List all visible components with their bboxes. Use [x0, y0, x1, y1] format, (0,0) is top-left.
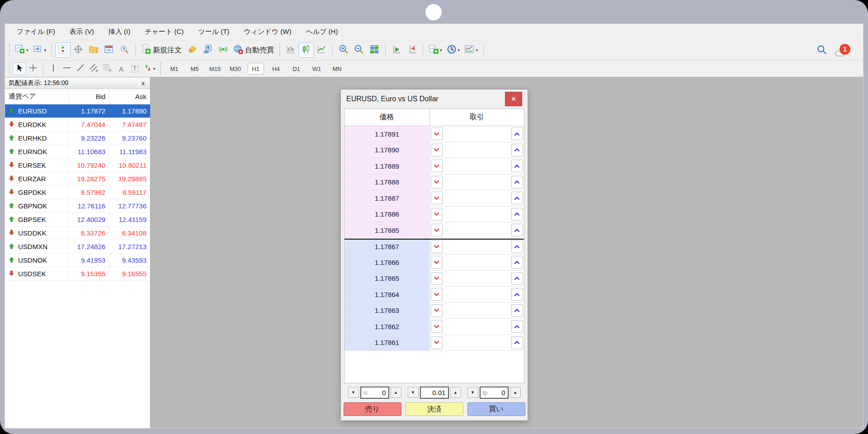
search-icon[interactable]: [816, 44, 828, 57]
crosshair-tool-button[interactable]: [26, 62, 40, 75]
menu-help[interactable]: ヘルプ (H): [299, 25, 344, 39]
autotrading-button[interactable]: 自動売買: [231, 42, 277, 58]
sell-at-price-button[interactable]: [431, 127, 443, 140]
zoom-in-button[interactable]: [336, 42, 351, 58]
chevron-down-icon[interactable]: ▾: [458, 48, 460, 52]
line-chart-mode-button[interactable]: [314, 42, 329, 58]
buy-at-price-button[interactable]: [511, 256, 523, 269]
timeframe-D1[interactable]: D1: [288, 63, 305, 75]
buy-at-price-button[interactable]: [511, 192, 523, 204]
column-header-bid[interactable]: Bid: [69, 89, 109, 104]
sell-at-price-button[interactable]: [431, 160, 443, 172]
trendline-tool-button[interactable]: [74, 62, 87, 75]
market-watch-row-EURDKK[interactable]: EURDKK7.470447.47487: [5, 118, 150, 132]
sell-at-price-button[interactable]: [431, 320, 443, 333]
strategy-tester-button[interactable]: [117, 42, 132, 58]
volume-decrease-button[interactable]: ▼: [408, 387, 419, 398]
buy-at-price-button[interactable]: [511, 320, 523, 333]
timeframe-M15[interactable]: M15: [207, 63, 223, 75]
market-watch-titlebar[interactable]: 気配値表示: 12:56:00 x: [5, 77, 150, 89]
timeframe-M5[interactable]: M5: [187, 63, 203, 75]
market-watch-toggle-button[interactable]: [55, 42, 71, 58]
toolbar-grip[interactable]: [8, 43, 11, 57]
notifications-button[interactable]: 1: [835, 44, 850, 57]
sell-at-price-button[interactable]: [431, 241, 443, 253]
tile-windows-button[interactable]: [367, 42, 382, 58]
data-window-button[interactable]: [71, 42, 86, 58]
close-position-button[interactable]: 決済: [406, 402, 463, 416]
market-watch-row-GBPNOK[interactable]: GBPNOK12.7611612.77736: [5, 199, 150, 213]
buy-button[interactable]: 買い: [467, 402, 525, 416]
timeframe-M30[interactable]: M30: [227, 63, 244, 75]
chart-shift-button[interactable]: [404, 42, 420, 58]
market-watch-row-USDSEK[interactable]: USDSEK9.153559.16555: [5, 267, 150, 281]
timeframe-W1[interactable]: W1: [309, 63, 325, 75]
buy-at-price-button[interactable]: [511, 224, 523, 236]
market-watch-row-EURUSD[interactable]: EURUSD1.178721.17890: [5, 104, 150, 118]
sell-at-price-button[interactable]: [431, 192, 443, 204]
market-watch-row-USDMXN[interactable]: USDMXN17.2482617.27213: [5, 240, 150, 254]
add-indicator-button[interactable]: ▾: [426, 42, 444, 58]
sell-at-price-button[interactable]: [431, 224, 443, 236]
market-watch-row-USDNOK[interactable]: USDNOK9.419539.43593: [5, 254, 150, 267]
sl-decrease-button[interactable]: ▼: [348, 387, 359, 398]
equidistant-channel-tool-button[interactable]: E: [87, 62, 101, 75]
sl-field[interactable]: sl 0: [360, 387, 389, 399]
menu-file[interactable]: ファイル (F): [10, 25, 61, 39]
buy-at-price-button[interactable]: [511, 336, 523, 349]
vertical-line-tool-button[interactable]: [47, 62, 60, 75]
column-header-symbol[interactable]: 通貨ペア: [5, 89, 69, 104]
market-watch-row-EURZAR[interactable]: EURZAR19.2827519.29885: [5, 172, 150, 186]
sell-at-price-button[interactable]: [431, 336, 443, 349]
market-watch-row-EURHKD[interactable]: EURHKD9.232269.23760: [5, 132, 150, 145]
signals-button[interactable]: [216, 42, 231, 58]
bar-chart-mode-button[interactable]: [283, 42, 298, 58]
toolbar-grip[interactable]: [8, 62, 11, 75]
close-button[interactable]: ✕: [505, 92, 522, 106]
chevron-down-icon[interactable]: ▾: [44, 48, 47, 52]
close-icon[interactable]: x: [140, 80, 146, 87]
new-order-button[interactable]: 新規注文: [139, 42, 185, 58]
timeframe-MN[interactable]: MN: [329, 63, 345, 75]
volume-increase-button[interactable]: ▲: [450, 387, 461, 398]
zoom-out-button[interactable]: [351, 42, 367, 58]
buy-at-price-button[interactable]: [511, 127, 523, 140]
menu-view[interactable]: 表示 (V): [63, 25, 100, 39]
tp-field[interactable]: tp 0: [480, 387, 509, 399]
timeframe-M1[interactable]: M1: [166, 63, 183, 75]
sell-at-price-button[interactable]: [431, 208, 443, 221]
sl-increase-button[interactable]: ▲: [391, 387, 401, 398]
terminal-button[interactable]: [101, 42, 117, 58]
timeframe-H1[interactable]: H1: [248, 63, 264, 75]
buy-at-price-button[interactable]: [511, 176, 523, 189]
text-tool-button[interactable]: A: [114, 62, 128, 75]
navigator-button[interactable]: [86, 42, 101, 58]
buy-at-price-button[interactable]: [511, 160, 523, 172]
horizontal-line-tool-button[interactable]: [60, 62, 74, 75]
toolbar-grip[interactable]: [159, 62, 162, 75]
market-watch-row-GBPSEK[interactable]: GBPSEK12.4002912.41159: [5, 213, 150, 226]
chevron-down-icon[interactable]: ▾: [440, 48, 442, 52]
market-watch-row-EURNOK[interactable]: EURNOK11.1068311.11983: [5, 145, 150, 159]
buy-at-price-button[interactable]: [511, 288, 523, 301]
auto-scroll-button[interactable]: [389, 42, 404, 58]
buy-at-price-button[interactable]: [511, 241, 523, 253]
buy-at-price-button[interactable]: [511, 304, 523, 317]
buy-at-price-button[interactable]: [511, 144, 523, 156]
sell-at-price-button[interactable]: [431, 288, 443, 301]
candlestick-mode-button[interactable]: [298, 42, 314, 58]
buy-at-price-button[interactable]: [511, 208, 523, 221]
menu-tools[interactable]: ツール (T): [192, 25, 236, 39]
sell-at-price-button[interactable]: [431, 304, 443, 317]
tp-increase-button[interactable]: ▲: [510, 387, 521, 398]
arrows-tool-button[interactable]: ▾: [142, 62, 158, 75]
timeframe-menu-button[interactable]: ▾: [444, 42, 462, 58]
menu-chart[interactable]: チャート (C): [138, 25, 190, 39]
publish-chart-button[interactable]: [200, 42, 216, 58]
chevron-down-icon[interactable]: ▾: [476, 48, 478, 52]
sell-at-price-button[interactable]: [431, 176, 443, 189]
sell-button[interactable]: 売り: [344, 402, 401, 416]
new-chart-button[interactable]: ▾: [13, 42, 31, 58]
menu-window[interactable]: ウィンドウ (W): [237, 25, 297, 39]
toolbar-grip[interactable]: [278, 43, 282, 57]
